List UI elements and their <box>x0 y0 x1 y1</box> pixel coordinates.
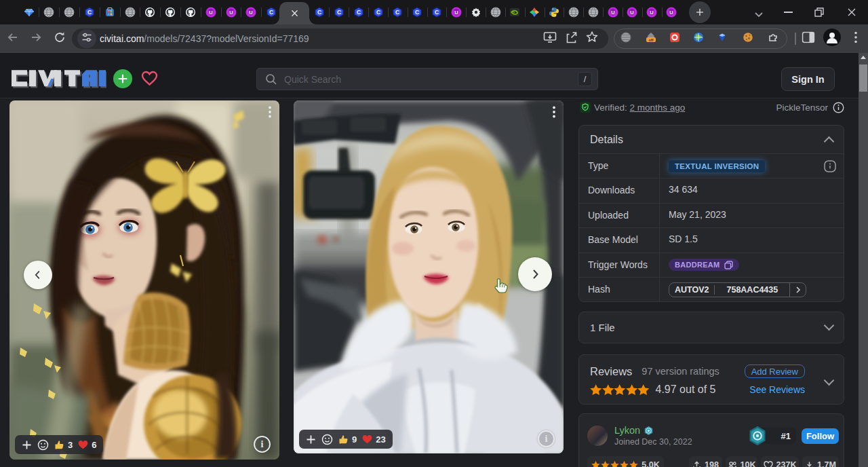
svg-text:C: C <box>395 9 399 16</box>
svg-text:C: C <box>357 9 361 16</box>
svg-text:U: U <box>454 10 458 16</box>
svg-text:U: U <box>650 10 653 16</box>
svg-text:C: C <box>435 9 439 16</box>
svg-text:C: C <box>337 9 341 16</box>
svg-text:U: U <box>611 10 614 16</box>
svg-text:U: U <box>669 10 673 16</box>
svg-text:U: U <box>631 10 634 16</box>
svg-text:U: U <box>250 10 253 16</box>
svg-text:C: C <box>87 9 92 16</box>
svg-text:C: C <box>269 9 273 16</box>
svg-text:U: U <box>229 10 233 16</box>
svg-text:C: C <box>317 9 321 16</box>
svg-text:U: U <box>209 10 212 16</box>
svg-text:C: C <box>415 9 419 16</box>
svg-text:off: off <box>648 38 653 42</box>
svg-text:C: C <box>376 9 380 16</box>
